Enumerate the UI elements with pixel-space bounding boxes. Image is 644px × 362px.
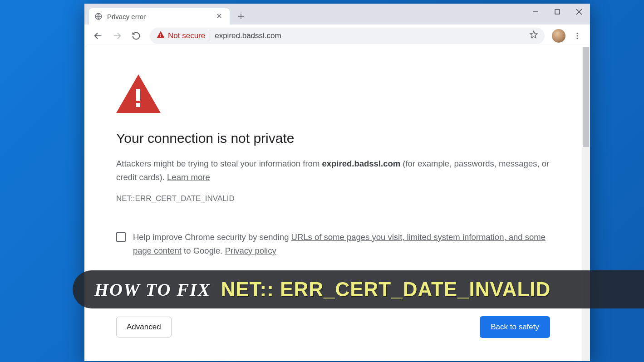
svg-rect-3 [160,36,161,37]
svg-point-5 [577,35,578,36]
maximize-button[interactable] [546,4,568,20]
titlebar: Privacy error [84,4,590,24]
button-row: Advanced Back to safety [116,316,550,338]
banner-right-text: NET:: ERR_CERT_DATE_INVALID [221,278,551,301]
bookmark-star-icon[interactable] [529,30,538,41]
scrollbar-thumb[interactable] [583,47,589,147]
learn-more-link[interactable]: Learn more [167,172,210,182]
window-controls [525,4,590,20]
security-chip[interactable]: Not secure [156,30,210,41]
error-headline: Your connection is not private [116,131,550,146]
back-button[interactable] [90,28,106,44]
forward-button[interactable] [109,28,125,44]
error-code: NET::ERR_CERT_DATE_INVALID [116,194,550,203]
consent-text: Help improve Chrome security by sending … [133,230,550,257]
vertical-scrollbar[interactable] [582,47,590,361]
warning-triangle-icon [156,30,165,41]
svg-point-4 [577,32,578,34]
close-tab-icon[interactable] [214,12,224,21]
consent-checkbox[interactable] [116,232,126,242]
banner-left-text: HOW TO FIX [94,279,211,300]
address-bar[interactable]: Not secure expired.badssl.com [150,28,545,44]
security-label: Not secure [168,31,205,40]
browser-tab[interactable]: Privacy error [89,8,230,24]
svg-rect-8 [136,103,140,107]
svg-rect-7 [136,89,140,101]
error-page: Your connection is not private Attackers… [84,47,582,361]
tab-title: Privacy error [107,13,210,20]
new-tab-button[interactable] [234,10,248,23]
url-text: expired.badssl.com [215,31,281,40]
large-warning-icon [116,74,550,116]
reload-button[interactable] [128,28,144,44]
kebab-menu-icon[interactable] [570,31,585,40]
toolbar: Not secure expired.badssl.com [84,24,590,47]
hostname: expired.badssl.com [322,159,400,168]
minimize-button[interactable] [525,4,546,20]
back-to-safety-button[interactable]: Back to safety [480,316,550,338]
close-window-button[interactable] [568,4,590,20]
globe-icon [94,12,103,20]
content-area: Your connection is not private Attackers… [84,47,590,361]
overlay-banner: HOW TO FIX NET:: ERR_CERT_DATE_INVALID [73,270,644,308]
profile-avatar[interactable] [552,29,565,43]
svg-rect-1 [555,10,560,14]
consent-row: Help improve Chrome security by sending … [116,230,550,257]
svg-rect-2 [160,34,161,35]
privacy-policy-link[interactable]: Privacy policy [225,246,276,255]
error-description: Attackers might be trying to steal your … [116,157,550,184]
advanced-button[interactable]: Advanced [116,317,172,338]
svg-point-6 [577,38,578,39]
